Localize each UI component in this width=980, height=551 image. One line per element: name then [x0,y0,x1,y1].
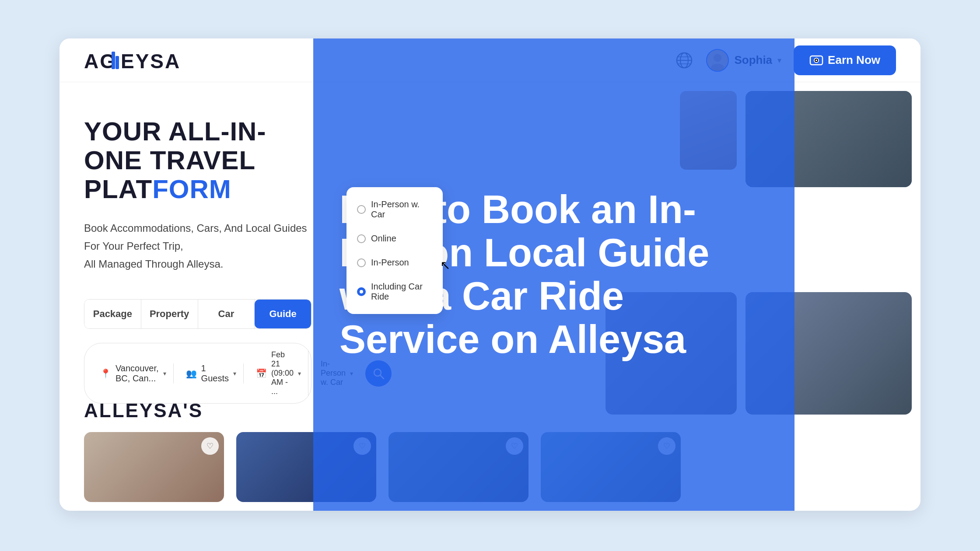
search-bar: 📍 Vancouver, BC, Can... ▾ 👥 1 Guests ▾ 📅… [84,343,312,404]
radio-unselected-3 [357,258,366,267]
guests-value: 1 Guests [201,363,229,384]
location-value: Vancouver, BC, Can... [116,363,159,384]
logo-icon: AG EYSA [84,47,180,73]
tab-property[interactable]: Property [141,300,198,328]
tab-guide[interactable]: Guide [255,300,311,328]
guests-arrow-icon: ▾ [233,370,236,377]
dropdown-item-in-person[interactable]: In-Person [346,251,443,275]
location-field[interactable]: 📍 Vancouver, BC, Can... ▾ [93,363,174,384]
date-field[interactable]: 📅 Feb 21 (09:00 AM - ... ▾ [249,350,308,396]
guide-type-dropdown: In-Person w. Car Online In-Person Includ… [346,187,443,314]
booking-tabs: Package Property Car Guide [84,299,312,329]
dropdown-item-online[interactable]: Online [346,227,443,251]
dropdown-label-1: In-Person w. Car [371,199,432,220]
hero-left: YOUR ALL-IN-ONE TRAVEL PLATFORM Book Acc… [60,82,336,511]
logo: AG EYSA [84,47,180,73]
date-value: Feb 21 (09:00 AM - ... [271,350,294,396]
date-arrow-icon: ▾ [298,370,301,377]
tab-package[interactable]: Package [84,300,141,328]
calendar-icon: 📅 [256,368,267,379]
cursor: ↖ [440,258,453,271]
dropdown-item-including-car[interactable]: Including Car Ride [346,275,443,309]
dropdown-label-4: Including Car Ride [371,282,432,302]
earn-now-button[interactable]: Earn Now [794,45,896,75]
guests-icon: 👥 [186,368,197,379]
tab-car[interactable]: Car [198,300,255,328]
svg-text:EYSA: EYSA [121,50,180,73]
guests-field[interactable]: 👥 1 Guests ▾ [179,363,244,384]
hero-title: YOUR ALL-IN-ONE TRAVEL PLATFORM [84,117,312,204]
location-arrow-icon: ▾ [163,370,166,377]
main-card: AG EYSA [60,38,920,511]
dropdown-item-in-person-car[interactable]: In-Person w. Car [346,192,443,227]
radio-unselected-2 [357,234,366,243]
radio-unselected-1 [357,205,366,214]
radio-selected-4 [357,287,366,296]
earn-icon [809,53,823,67]
dropdown-label-3: In-Person [371,258,409,268]
svg-rect-2 [116,56,119,69]
svg-rect-1 [112,52,115,69]
hero-subtitle: Book Accommodations, Cars, And Local Gui… [84,220,312,273]
location-icon: 📍 [100,368,111,379]
dropdown-label-2: Online [371,234,396,244]
svg-point-14 [816,59,817,61]
